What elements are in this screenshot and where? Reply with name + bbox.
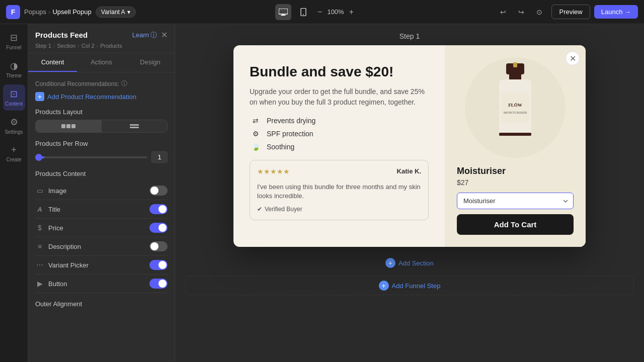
toggle-description: ≡ Description — [35, 237, 168, 256]
panel-tabs: Content Actions Design — [28, 53, 175, 72]
title-toggle[interactable] — [149, 204, 168, 214]
feature-item-1: ⚙ SPF protection — [250, 130, 429, 138]
description-toggle[interactable] — [149, 241, 168, 251]
variant-toggle[interactable] — [149, 260, 168, 270]
add-recommendation-btn[interactable]: + Add Product Recommendation — [35, 92, 168, 101]
add-rec-label: Add Product Recommendation — [47, 93, 136, 101]
bc-step1: Step 1 — [35, 43, 51, 49]
verified-icon: ✔ — [257, 206, 262, 213]
panel-header: Products Feed Learn ⓘ ✕ Step 1 › Section… — [28, 24, 175, 53]
grid-layout-opt[interactable] — [36, 120, 102, 132]
main-layout: ⊟ Funnel ◑ Theme ⊡ Content ⚙ Settings + … — [0, 24, 644, 362]
panel-title: Products Feed — [35, 31, 88, 39]
svg-point-4 — [303, 14, 304, 15]
sidebar-item-content-label: Content — [5, 101, 23, 107]
product-image-bg: FLÖW MOISTURISER — [465, 57, 566, 158]
outer-alignment-label: Outer Alignment — [35, 300, 168, 308]
bc-sep3: › — [97, 43, 99, 49]
zoom-out-btn[interactable]: − — [315, 8, 324, 17]
create-icon: + — [11, 145, 17, 155]
sidebar-item-create[interactable]: + Create — [3, 141, 25, 166]
svg-rect-6 — [513, 62, 517, 67]
product-name: Moisturiser — [457, 166, 506, 176]
mobile-device-btn[interactable] — [295, 4, 311, 20]
sidebar-item-content[interactable]: ⊡ Content — [3, 84, 25, 111]
toggle-desc-label: ≡ Description — [35, 242, 81, 250]
review-stars: ★★★★★ — [257, 167, 290, 175]
topbar: F Popups › Upsell Popup Variant A ▾ − 10… — [0, 0, 644, 24]
zoom-control: − 100% + — [315, 8, 356, 17]
history-btn[interactable]: ⊙ — [531, 4, 547, 20]
bc-sep2: › — [77, 43, 79, 49]
svg-rect-0 — [279, 9, 288, 14]
learn-link[interactable]: Learn ⓘ — [132, 31, 157, 40]
products-content-title: Products Content — [35, 170, 168, 177]
product-price: $27 — [457, 178, 468, 187]
panel-close-btn[interactable]: ✕ — [161, 30, 168, 40]
review-text: I've been using this bundle for three mo… — [257, 183, 421, 201]
info-icon: ⓘ — [150, 31, 157, 40]
tab-design[interactable]: Design — [126, 53, 175, 72]
bc-col2: Col 2 — [82, 43, 95, 49]
add-funnel-step-row[interactable]: + Add Funnel Step — [185, 276, 634, 295]
launch-button[interactable]: Launch → — [594, 5, 638, 19]
button-arrow-icon: ▶ — [35, 280, 44, 288]
price-toggle[interactable] — [149, 223, 168, 233]
toggle-image: ▭ Image — [35, 182, 168, 200]
chevron-down-icon: ▾ — [127, 9, 130, 16]
products-per-row-slider[interactable] — [35, 156, 147, 158]
breadcrumb-popups[interactable]: Popups — [24, 8, 46, 16]
verified-badge: ✔ Verified Buyer — [257, 206, 421, 213]
review-card: ★★★★★ Katie K. I've been using this bund… — [250, 160, 429, 220]
topbar-right: ↩ ↪ ⊙ Preview Launch → — [495, 4, 638, 20]
settings-icon: ⚙ — [10, 117, 18, 128]
zoom-in-btn[interactable]: + — [347, 8, 356, 17]
redo-btn[interactable]: ↪ — [513, 4, 529, 20]
tab-actions[interactable]: Actions — [77, 53, 126, 72]
plus-icon: + — [35, 92, 44, 101]
panel-title-row: Products Feed Learn ⓘ ✕ — [35, 30, 168, 40]
tab-content[interactable]: Content — [28, 53, 77, 72]
image-toggle[interactable] — [149, 186, 168, 196]
add-section-label: Add Section — [398, 259, 434, 267]
toggle-price-label: $ Price — [35, 224, 63, 232]
svg-rect-9 — [501, 93, 529, 123]
products-layout-title: Products Layout — [35, 108, 168, 116]
add-funnel-step-label: Add Funnel Step — [392, 282, 441, 290]
products-per-row-title: Products Per Row — [35, 140, 168, 147]
feature-item-0: ⇄ Prevents drying — [250, 117, 429, 125]
sidebar-item-settings[interactable]: ⚙ Settings — [3, 113, 25, 139]
products-per-row-input[interactable] — [151, 151, 168, 163]
list-layout-opt[interactable] — [102, 120, 168, 132]
sidebar-item-theme-label: Theme — [6, 73, 22, 78]
feature-item-2: 🍃 Soothing — [250, 143, 429, 151]
variant-label: Variant A — [101, 9, 125, 16]
sidebar-item-funnel[interactable]: ⊟ Funnel — [3, 28, 25, 54]
sidebar-item-theme[interactable]: ◑ Theme — [3, 56, 25, 82]
popup-close-btn[interactable]: ✕ — [566, 51, 580, 65]
theme-icon: ◑ — [10, 60, 18, 71]
add-to-cart-btn[interactable]: Add To Cart — [457, 214, 574, 235]
preview-button[interactable]: Preview — [551, 5, 590, 19]
reviewer-name: Katie K. — [397, 167, 421, 175]
feature-list: ⇄ Prevents drying ⚙ SPF protection 🍃 Soo… — [250, 117, 429, 151]
price-label-text: Price — [48, 224, 63, 232]
breadcrumb-sep1: › — [48, 8, 50, 16]
variant-select[interactable]: Moisturiser — [457, 193, 574, 209]
review-header: ★★★★★ Katie K. — [257, 167, 421, 178]
title-label-text: Title — [48, 206, 60, 213]
grid-layout-icon — [61, 124, 75, 128]
button-toggle[interactable] — [149, 279, 168, 289]
variant-icon: ⋯ — [35, 261, 44, 269]
verified-label: Verified Buyer — [265, 206, 302, 213]
toggle-variant-picker: ⋯ Variant Picker — [35, 256, 168, 275]
toggle-title: A Title — [35, 200, 168, 219]
button-label-text: Button — [48, 280, 67, 288]
breadcrumb: Popups › Upsell Popup — [24, 8, 92, 16]
bc-section: Section — [57, 43, 75, 49]
add-section-row[interactable]: + Add Section — [385, 253, 434, 273]
undo-btn[interactable]: ↩ — [495, 4, 511, 20]
products-layout-section: Products Layout — [35, 108, 168, 133]
variant-selector[interactable]: Variant A ▾ — [96, 7, 136, 18]
desktop-device-btn[interactable] — [275, 4, 291, 20]
